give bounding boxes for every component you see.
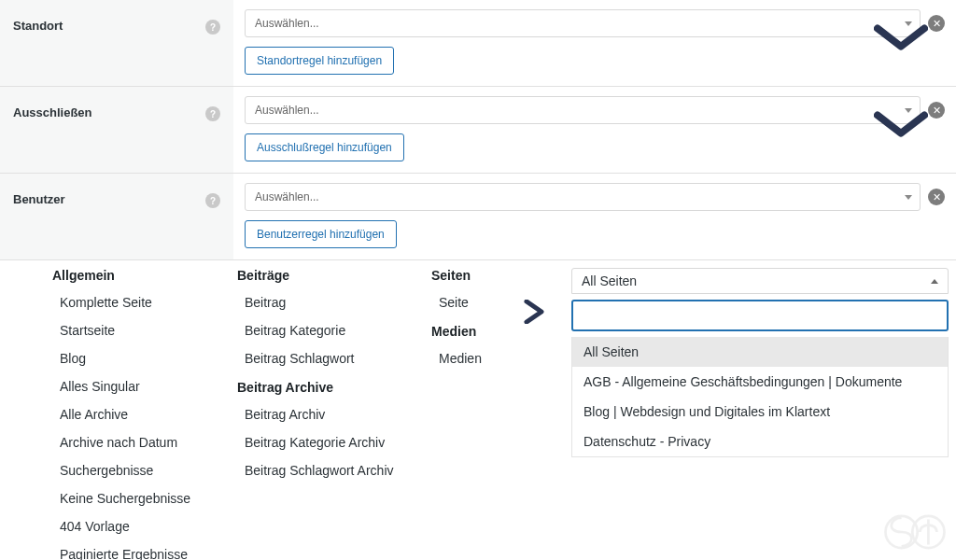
col-header: Allgemein	[52, 268, 211, 283]
rule-label: Standort	[13, 19, 63, 33]
page-option[interactable]: Datenschutz - Privacy	[572, 427, 948, 456]
col-header: Beiträge	[237, 268, 405, 283]
help-icon[interactable]: ?	[205, 20, 220, 35]
select-placeholder: Auswählen...	[255, 17, 319, 30]
col-seiten: Seiten Seite	[431, 268, 497, 313]
taxonomy-item[interactable]: Alle Archive	[52, 404, 211, 425]
taxonomy-item[interactable]: Beitrag Kategorie Archiv	[237, 432, 405, 453]
watermark-logo	[881, 512, 949, 554]
taxonomy-item[interactable]: Beitrag Schlagwort	[237, 348, 405, 369]
taxonomy-item[interactable]: Medien	[431, 348, 497, 369]
taxonomy-item[interactable]: Beitrag Kategorie	[237, 320, 405, 341]
taxonomy-item[interactable]: Archive nach Datum	[52, 432, 211, 453]
rule-controls: Auswählen... ✕ Ausschlußregel hinzufügen	[233, 87, 956, 173]
rule-row-exclude: Ausschließen ? Auswählen... ✕ Ausschlußr…	[0, 87, 956, 174]
taxonomy-panel: Allgemein Komplette Seite Startseite Blo…	[0, 260, 956, 560]
rule-label-cell: Standort ?	[0, 0, 233, 86]
add-user-rule-button[interactable]: Benutzerregel hinzufügen	[245, 220, 397, 248]
big-chevron-icon	[874, 24, 928, 52]
remove-rule-icon[interactable]: ✕	[928, 15, 945, 32]
page-option[interactable]: AGB - Allgemeine Geschäftsbedingungen | …	[572, 367, 948, 397]
user-select[interactable]: Auswählen...	[245, 183, 921, 211]
help-icon[interactable]: ?	[205, 106, 220, 121]
col-beitraege: Beiträge Beitrag Beitrag Kategorie Beitr…	[237, 268, 405, 369]
page-option[interactable]: Blog | Webdesign und Digitales im Klarte…	[572, 397, 948, 427]
remove-rule-icon[interactable]: ✕	[928, 102, 945, 119]
col-beitrag-archive: Beitrag Archive Beitrag Archiv Beitrag K…	[237, 380, 405, 481]
taxonomy-item[interactable]: Beitrag	[237, 292, 405, 313]
taxonomy-item[interactable]: Alles Singular	[52, 376, 211, 397]
chevron-down-icon	[905, 195, 912, 200]
taxonomy-item[interactable]: Beitrag Archiv	[237, 404, 405, 425]
page-picker-selected[interactable]: All Seiten	[571, 268, 949, 294]
rule-controls: Auswählen... ✕ Benutzerregel hinzufügen	[233, 174, 956, 259]
select-placeholder: Auswählen...	[255, 104, 319, 117]
rule-controls: Auswählen... ✕ Standortregel hinzufügen	[233, 0, 956, 86]
arrow-right-icon	[523, 268, 545, 560]
rule-row-standort: Standort ? Auswählen... ✕ Standortregel …	[0, 0, 956, 87]
select-placeholder: Auswählen...	[255, 190, 319, 203]
page-search-input[interactable]	[571, 300, 949, 331]
select-row: Auswählen... ✕	[245, 96, 945, 124]
add-exclude-rule-button[interactable]: Ausschlußregel hinzufügen	[245, 133, 404, 161]
taxonomy-item[interactable]: Keine Suchergebnisse	[52, 488, 211, 509]
rule-label-cell: Ausschließen ?	[0, 87, 233, 173]
taxonomy-item[interactable]: Startseite	[52, 320, 211, 341]
taxonomy-item[interactable]: Suchergebnisse	[52, 460, 211, 481]
rule-row-user: Benutzer ? Auswählen... ✕ Benutzerregel …	[0, 174, 956, 260]
chevron-up-icon	[931, 279, 938, 284]
col-allgemein: Allgemein Komplette Seite Startseite Blo…	[52, 268, 211, 560]
taxonomy-item[interactable]: Paginierte Ergebnisse	[52, 544, 211, 560]
exclude-select[interactable]: Auswählen...	[245, 96, 921, 124]
col-header: Medien	[431, 324, 497, 339]
col-medien: Medien Medien	[431, 324, 497, 369]
rule-label: Benutzer	[13, 192, 65, 206]
taxonomy-item[interactable]: Blog	[52, 348, 211, 369]
col-group-seiten-medien: Seiten Seite Medien Medien	[431, 268, 497, 560]
select-row: Auswählen... ✕	[245, 183, 945, 211]
taxonomy-item[interactable]: Komplette Seite	[52, 292, 211, 313]
col-group-beitraege: Beiträge Beitrag Beitrag Kategorie Beitr…	[237, 268, 405, 560]
select-row: Auswählen... ✕	[245, 9, 945, 37]
page-picker-list: All Seiten AGB - Allgemeine Geschäftsbed…	[571, 337, 949, 457]
picker-selected-text: All Seiten	[582, 273, 637, 288]
big-chevron-icon	[874, 111, 928, 139]
taxonomy-item[interactable]: Seite	[431, 292, 497, 313]
location-select[interactable]: Auswählen...	[245, 9, 921, 37]
add-location-rule-button[interactable]: Standortregel hinzufügen	[245, 47, 394, 75]
taxonomy-item[interactable]: 404 Vorlage	[52, 516, 211, 537]
rule-label-cell: Benutzer ?	[0, 174, 233, 259]
col-header: Beitrag Archive	[237, 380, 405, 395]
remove-rule-icon[interactable]: ✕	[928, 189, 945, 205]
taxonomy-item[interactable]: Beitrag Schlagwort Archiv	[237, 460, 405, 481]
page-option[interactable]: All Seiten	[572, 337, 948, 367]
col-header: Seiten	[431, 268, 497, 283]
help-icon[interactable]: ?	[205, 193, 220, 208]
rule-label: Ausschließen	[13, 105, 92, 119]
